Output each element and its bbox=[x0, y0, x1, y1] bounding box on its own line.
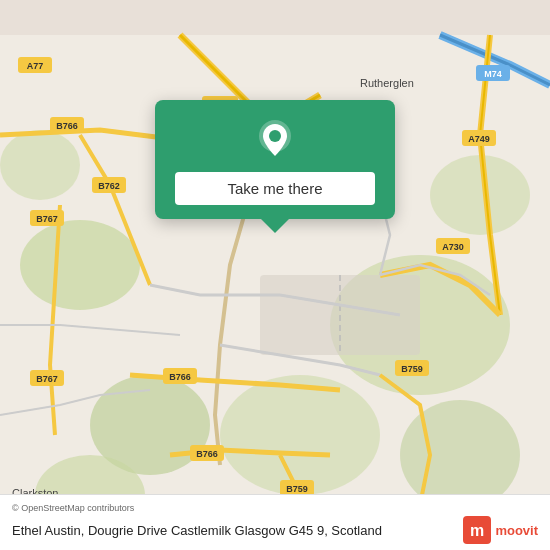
svg-point-5 bbox=[430, 155, 530, 235]
svg-text:B762: B762 bbox=[98, 181, 120, 191]
svg-point-40 bbox=[269, 130, 281, 142]
map-background: A77 M74 A728 B766 B762 B767 A749 A730 B7… bbox=[0, 0, 550, 550]
svg-text:B766: B766 bbox=[196, 449, 218, 459]
svg-text:B759: B759 bbox=[401, 364, 423, 374]
svg-text:m: m bbox=[470, 522, 484, 539]
svg-text:B766: B766 bbox=[169, 372, 191, 382]
map-container: A77 M74 A728 B766 B762 B767 A749 A730 B7… bbox=[0, 0, 550, 550]
moovit-logo: m moovit bbox=[463, 516, 538, 544]
address-row: Ethel Austin, Dougrie Drive Castlemilk G… bbox=[12, 516, 538, 544]
svg-text:A77: A77 bbox=[27, 61, 44, 71]
svg-text:A749: A749 bbox=[468, 134, 490, 144]
svg-text:B766: B766 bbox=[56, 121, 78, 131]
svg-text:B759: B759 bbox=[286, 484, 308, 494]
address-text: Ethel Austin, Dougrie Drive Castlemilk G… bbox=[12, 523, 453, 538]
map-attribution: © OpenStreetMap contributors bbox=[12, 503, 538, 513]
moovit-icon: m bbox=[463, 516, 491, 544]
location-popup: Take me there bbox=[155, 100, 395, 219]
svg-point-1 bbox=[20, 220, 140, 310]
svg-text:B767: B767 bbox=[36, 214, 58, 224]
svg-text:Rutherglen: Rutherglen bbox=[360, 77, 414, 89]
bottom-bar: © OpenStreetMap contributors Ethel Austi… bbox=[0, 494, 550, 550]
svg-text:A730: A730 bbox=[442, 242, 464, 252]
svg-text:M74: M74 bbox=[484, 69, 502, 79]
svg-point-6 bbox=[0, 130, 80, 200]
location-pin-icon bbox=[253, 118, 297, 162]
svg-point-3 bbox=[220, 375, 380, 495]
take-me-there-button[interactable]: Take me there bbox=[175, 172, 375, 205]
svg-text:B767: B767 bbox=[36, 374, 58, 384]
moovit-text: moovit bbox=[495, 523, 538, 538]
